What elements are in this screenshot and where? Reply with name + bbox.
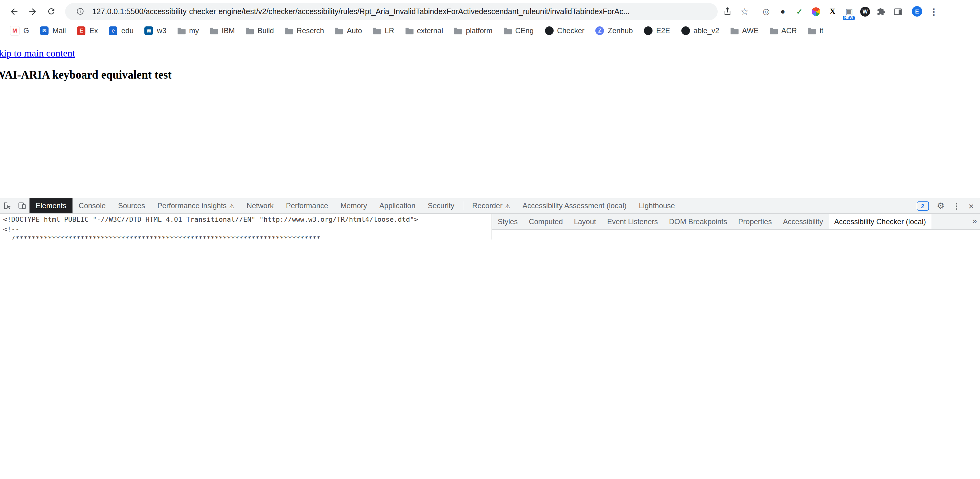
- puzzle-icon[interactable]: [875, 6, 887, 17]
- bookmark-item[interactable]: CEng: [499, 25, 539, 36]
- zenhub-icon: Z: [596, 26, 604, 35]
- bookmark-item[interactable]: EEx: [72, 25, 103, 36]
- target-icon[interactable]: ◎: [760, 6, 772, 17]
- devtools-tab-recorder[interactable]: Recorder⚠: [466, 198, 516, 213]
- sidebar-tab-event-listeners[interactable]: Event Listeners: [601, 214, 663, 229]
- bookmark-label: Ex: [89, 26, 98, 35]
- omnibox[interactable]: 127.0.0.1:5500/accessibility-checker-eng…: [65, 3, 718, 20]
- dom-line[interactable]: <!DOCTYPE html PUBLIC "-//W3C//DTD HTML …: [0, 215, 492, 224]
- devtools-menu-icon[interactable]: ⋮: [952, 201, 960, 210]
- forward-button[interactable]: [25, 3, 41, 19]
- bookmark-item[interactable]: Auto: [330, 25, 367, 36]
- edu-icon: e: [109, 26, 118, 35]
- skip-link[interactable]: skip to main content: [0, 48, 75, 59]
- dark-app-icon[interactable]: ●: [777, 6, 788, 17]
- code-token: <!DOCTYPE html PUBLIC "-//W3C//DTD HTML …: [3, 216, 418, 224]
- devtools-close-icon[interactable]: ×: [968, 200, 974, 211]
- devtools-tab-memory[interactable]: Memory: [334, 198, 373, 213]
- check-app-icon[interactable]: ✓: [794, 6, 805, 17]
- bookmark-label: edu: [121, 26, 134, 35]
- bookmark-item[interactable]: ZZenhub: [591, 25, 638, 36]
- side-panel-icon[interactable]: [892, 6, 903, 17]
- devtools-tab-security[interactable]: Security: [422, 198, 460, 213]
- devtools-tab-accessibility-assessment-local-[interactable]: Accessibility Assessment (local): [516, 198, 633, 213]
- devtools-tab-lighthouse[interactable]: Lighthouse: [633, 198, 681, 213]
- browser-window: 127.0.0.1:5500/accessibility-checker-eng…: [0, 0, 980, 240]
- bookmark-item[interactable]: AWE: [725, 25, 764, 36]
- bookmark-label: able_v2: [694, 26, 719, 35]
- bookmark-item[interactable]: E2E: [639, 25, 675, 36]
- dom-line[interactable]: /***************************************…: [0, 234, 492, 240]
- bookmark-label: Auto: [347, 26, 362, 35]
- experiment-badge-icon: ⚠: [229, 202, 234, 209]
- devtools-tabs: ElementsConsoleSourcesPerformance insigh…: [30, 198, 681, 213]
- tab-label: Console: [79, 201, 106, 210]
- settings-gear-icon[interactable]: ⚙: [937, 201, 944, 211]
- bookmark-label: it: [819, 26, 823, 35]
- folder-icon: [285, 29, 293, 34]
- reload-button[interactable]: [43, 3, 59, 19]
- bookmark-item[interactable]: able_v2: [676, 25, 724, 36]
- wikipedia-icon[interactable]: W: [860, 6, 870, 16]
- bookmark-label: external: [417, 26, 443, 35]
- toolbar-separator: [463, 201, 464, 210]
- tab-label: Performance insights: [157, 201, 226, 210]
- device-toolbar-icon[interactable]: [15, 198, 30, 213]
- sidebar-tab-properties[interactable]: Properties: [733, 214, 777, 229]
- sidebar-tab-layout[interactable]: Layout: [568, 214, 601, 229]
- devtools-tab-performance-insights[interactable]: Performance insights⚠: [151, 198, 240, 213]
- sidebar-tab-accessibility[interactable]: Accessibility: [777, 214, 829, 229]
- bookmark-item[interactable]: LR: [368, 25, 399, 36]
- folder-icon: [210, 29, 218, 34]
- page-viewport: skip to main content WAI-ARIA keyboard e…: [0, 39, 980, 198]
- bookmark-item[interactable]: Build: [241, 25, 278, 36]
- back-button[interactable]: [6, 3, 22, 19]
- github-icon: [681, 26, 690, 35]
- bookmark-star-icon[interactable]: ☆: [737, 4, 752, 19]
- profile-avatar[interactable]: E: [912, 6, 922, 17]
- bookmark-label: w3: [157, 26, 167, 35]
- code-token: <!--: [3, 225, 19, 233]
- folder-icon: [808, 29, 816, 34]
- gmail-icon: M: [10, 26, 20, 36]
- share-icon[interactable]: [720, 4, 735, 19]
- issues-count-badge[interactable]: 2: [916, 201, 929, 210]
- x-logo-icon[interactable]: X: [827, 6, 838, 17]
- bookmark-item[interactable]: Ww3: [140, 25, 172, 36]
- sidebar-tab-accessibility-checker-local-[interactable]: Accessibility Checker (local): [829, 214, 931, 229]
- excel-icon: E: [77, 26, 86, 35]
- tab-label: Accessibility Assessment (local): [523, 201, 627, 210]
- bookmark-label: my: [189, 26, 199, 35]
- devtools-tab-application[interactable]: Application: [373, 198, 422, 213]
- bookmark-item[interactable]: platform: [449, 25, 497, 36]
- sidebar-tab-computed[interactable]: Computed: [523, 214, 568, 229]
- bookmark-item[interactable]: Reserch: [280, 25, 329, 36]
- new-extension-icon[interactable]: ▣NEW: [843, 6, 855, 17]
- devtools-tab-console[interactable]: Console: [73, 198, 112, 213]
- bookmark-item[interactable]: ACR: [765, 25, 802, 36]
- bookmark-item[interactable]: MG: [5, 25, 34, 37]
- dom-line[interactable]: <!--: [0, 224, 492, 234]
- bookmark-label: E2E: [656, 26, 670, 35]
- devtools-tab-network[interactable]: Network: [240, 198, 280, 213]
- more-tabs-icon[interactable]: »: [973, 216, 977, 225]
- browser-toolbar: 127.0.0.1:5500/accessibility-checker-eng…: [0, 0, 980, 23]
- bookmark-item[interactable]: it: [803, 25, 828, 36]
- bookmark-item[interactable]: Checker: [540, 25, 589, 36]
- bookmark-item[interactable]: my: [173, 25, 204, 36]
- bookmark-item[interactable]: ✉Mail: [35, 25, 71, 36]
- browser-menu-icon[interactable]: ⋮: [930, 6, 938, 16]
- bookmark-item[interactable]: external: [400, 25, 448, 36]
- bookmark-label: Build: [258, 26, 274, 35]
- inspect-element-icon[interactable]: [0, 198, 15, 213]
- devtools-tab-performance[interactable]: Performance: [280, 198, 334, 213]
- devtools-tab-sources[interactable]: Sources: [112, 198, 151, 213]
- sidebar-tab-dom-breakpoints[interactable]: DOM Breakpoints: [663, 214, 733, 229]
- bookmark-item[interactable]: IBM: [205, 25, 240, 36]
- sidebar-tab-styles[interactable]: Styles: [492, 214, 523, 229]
- site-info-icon[interactable]: [73, 4, 87, 19]
- folder-icon: [770, 29, 778, 34]
- pinwheel-icon[interactable]: [810, 6, 821, 17]
- bookmark-item[interactable]: eedu: [104, 25, 138, 36]
- devtools-tab-elements[interactable]: Elements: [30, 198, 73, 213]
